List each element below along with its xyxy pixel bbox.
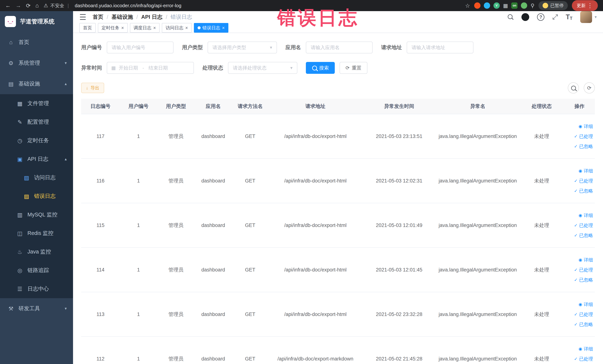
- paused-badge[interactable]: 已暂停: [538, 1, 568, 10]
- tab-错误日志[interactable]: 错误日志×: [194, 23, 229, 33]
- tab-首页[interactable]: 首页: [79, 23, 96, 33]
- user-menu[interactable]: ▾: [580, 11, 597, 23]
- user-id-input[interactable]: [107, 42, 174, 53]
- doc-icon: ▨: [23, 193, 30, 200]
- refresh-button[interactable]: ⟳: [584, 82, 595, 94]
- close-icon[interactable]: ×: [121, 25, 124, 31]
- processed-link[interactable]: ✓已处理: [564, 131, 593, 141]
- processed-link[interactable]: ✓已处理: [564, 265, 593, 275]
- github-icon[interactable]: [522, 13, 529, 21]
- export-button[interactable]: ↓ 导出: [81, 83, 104, 93]
- bookmark-star-icon[interactable]: ☆: [465, 2, 470, 9]
- detail-link[interactable]: ◉详细: [564, 255, 593, 265]
- tab-访问日志[interactable]: 访问日志×: [162, 23, 192, 33]
- cell-log-id: 112: [81, 337, 120, 364]
- cell-user-id: 1: [120, 247, 157, 292]
- devtools-ext-icon[interactable]: [474, 2, 480, 9]
- column-header: 请求地址: [269, 99, 362, 114]
- process-status-select[interactable]: 请选择处理状态 ▾: [228, 62, 297, 74]
- request-url-input[interactable]: [407, 42, 474, 53]
- forward-icon[interactable]: →: [16, 2, 21, 9]
- home-icon[interactable]: ⌂: [35, 2, 39, 9]
- processed-link[interactable]: ✓已处理: [564, 354, 593, 364]
- leaf-ext-icon[interactable]: [521, 2, 527, 9]
- hamburger-icon[interactable]: ☰: [79, 13, 86, 22]
- sidebar-item-infra[interactable]: ▤基础设施▴: [0, 73, 73, 94]
- app-logo[interactable]: •‿• 芋道管理系统: [0, 11, 73, 32]
- sidebar-item-job[interactable]: ◷定时任务: [0, 131, 73, 150]
- sidebar-item-file[interactable]: ▦文件管理: [0, 94, 73, 113]
- filter-label: 用户类型: [182, 44, 203, 51]
- cell-status: 未处理: [519, 292, 564, 337]
- detail-link[interactable]: ◉详细: [564, 344, 593, 354]
- reload-icon[interactable]: ⟳: [26, 2, 31, 9]
- sidebar-item-error-log[interactable]: ▨错误日志: [0, 187, 73, 205]
- vue-ext-icon[interactable]: V: [493, 2, 500, 9]
- detail-link[interactable]: ◉详细: [564, 299, 593, 309]
- search-button[interactable]: 搜索: [306, 62, 335, 74]
- processed-link[interactable]: ✓已处理: [564, 309, 593, 319]
- ignored-link[interactable]: ✓已忽略: [564, 275, 593, 285]
- sidebar-item-home[interactable]: ⌂首页: [0, 32, 73, 53]
- app-name-input[interactable]: [306, 42, 372, 53]
- cell-time: 2021-05-03 23:13:51: [362, 114, 436, 159]
- warning-icon: ⚠: [44, 3, 48, 9]
- address-bar[interactable]: dashboard.yudao.iocoder.cn/infra/log/api…: [75, 3, 181, 9]
- sidebar-item-label: Redis 监控: [27, 230, 53, 237]
- cell-log-id: 113: [81, 292, 120, 337]
- sidebar-item-api-log[interactable]: ▣API 日志▴: [0, 150, 73, 168]
- on-badge-ext-icon[interactable]: on: [511, 2, 518, 9]
- table-row: 1141管理员dashboardGET/api/infra/db-doc/exp…: [81, 247, 595, 292]
- column-header: 应用名: [195, 99, 232, 114]
- kebab-menu-icon[interactable]: ⋮: [587, 2, 593, 9]
- close-icon[interactable]: ×: [153, 25, 156, 31]
- sidebar-item-config[interactable]: ✎配置管理: [0, 113, 73, 131]
- cell-user-id: 1: [120, 203, 157, 247]
- ignored-link[interactable]: ✓已忽略: [564, 230, 593, 240]
- update-button[interactable]: 更新 ⋮: [572, 0, 598, 11]
- detail-link[interactable]: ◉详细: [564, 210, 593, 220]
- tab-定时任务[interactable]: 定时任务×: [98, 23, 128, 33]
- date-range-picker[interactable]: ▦ 开始日期 - 结束日期: [107, 62, 194, 74]
- eye-icon: ◉: [579, 255, 582, 265]
- search-icon[interactable]: [507, 14, 514, 20]
- fullscreen-icon[interactable]: ⤢: [552, 13, 558, 21]
- water-drop-ext-icon[interactable]: [484, 2, 490, 9]
- avatar: [580, 11, 592, 23]
- sidebar-item-log-center[interactable]: ☰日志中心: [0, 280, 73, 298]
- close-icon[interactable]: ×: [222, 25, 225, 31]
- range-separator: -: [142, 65, 144, 71]
- user-type-select[interactable]: 请选择用户类型 ▾: [208, 42, 277, 53]
- breadcrumb-item[interactable]: API 日志: [141, 13, 162, 21]
- close-icon[interactable]: ×: [185, 25, 188, 31]
- toggle-search-button[interactable]: [568, 82, 579, 94]
- calendar-icon: ▦: [111, 65, 116, 71]
- sidebar-item-trace[interactable]: ◎链路追踪: [0, 261, 73, 280]
- sidebar-item-dev-tools[interactable]: ⚒研发工具▾: [0, 298, 73, 319]
- sidebar-item-redis[interactable]: ◫Redis 监控: [0, 224, 73, 243]
- reset-button[interactable]: ⟳ 重置: [340, 62, 367, 74]
- site-security[interactable]: ⚠ 不安全 |: [44, 3, 70, 9]
- sidebar-item-java[interactable]: ♨Java 监控: [0, 243, 73, 261]
- ignored-link[interactable]: ✓已忽略: [564, 141, 593, 151]
- pin-ext-icon[interactable]: ⚲: [531, 2, 534, 9]
- processed-link[interactable]: ✓已处理: [564, 176, 593, 186]
- extensions-puzzle-ext-icon[interactable]: ▦: [503, 2, 508, 9]
- cell-actions: ◉详细✓已处理✓已忽略: [564, 247, 595, 292]
- breadcrumb-item[interactable]: 基础设施: [112, 13, 133, 21]
- breadcrumb: 首页/基础设施/API 日志/错误日志: [93, 13, 192, 21]
- detail-link[interactable]: ◉详细: [564, 166, 593, 176]
- tab-调度日志[interactable]: 调度日志×: [130, 23, 160, 33]
- detail-link[interactable]: ◉详细: [564, 121, 593, 131]
- sidebar-item-access-log[interactable]: ▨访问日志: [0, 168, 73, 187]
- ignored-link[interactable]: ✓已忽略: [564, 319, 593, 329]
- sidebar-item-mysql[interactable]: ▥MySQL 监控: [0, 205, 73, 224]
- breadcrumb-item[interactable]: 首页: [93, 13, 104, 21]
- ignored-link[interactable]: ✓已忽略: [564, 186, 593, 196]
- help-icon[interactable]: ?: [537, 13, 545, 21]
- sidebar-item-system[interactable]: ⚙系统管理▾: [0, 53, 73, 73]
- font-size-icon[interactable]: TT: [566, 13, 572, 21]
- processed-link[interactable]: ✓已处理: [564, 220, 593, 230]
- chevron-down-icon: ▾: [65, 306, 67, 311]
- back-icon[interactable]: ←: [5, 2, 11, 9]
